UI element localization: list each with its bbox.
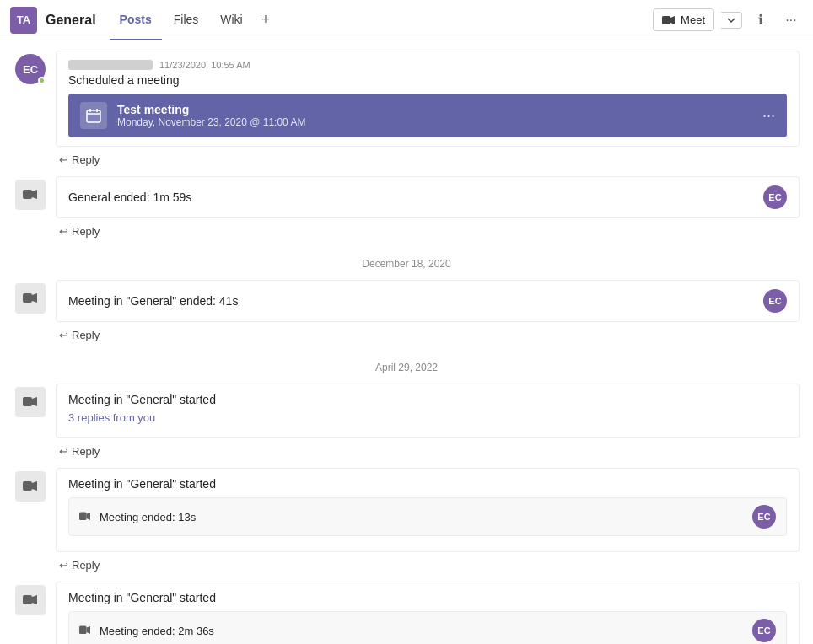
card-row: Meeting in "General" ended: 41s EC [68, 289, 787, 313]
sub-message-text: Meeting ended: 13s [100, 511, 744, 523]
card-row: Meeting in "General" started [68, 393, 787, 406]
tab-wiki[interactable]: Wiki [210, 0, 252, 40]
meeting-info: Test meeting Monday, November 23, 2020 @… [117, 103, 752, 128]
calendar-icon [80, 102, 107, 129]
message-row: EC 11/23/2020, 10:55 AM Scheduled a meet… [13, 51, 800, 171]
message-body: Meeting in "General" started [68, 591, 216, 604]
reply-button[interactable]: ↩ Reply [56, 443, 103, 459]
svg-rect-10 [23, 397, 32, 406]
message-body: Meeting in "General" started [68, 393, 216, 406]
tab-files[interactable]: Files [164, 0, 209, 40]
reply-icon: ↩ [59, 445, 68, 458]
avatar-sm: EC [763, 289, 787, 313]
svg-marker-17 [32, 595, 37, 604]
message-row: General ended: 1m 59s EC ↩ Reply [13, 176, 800, 243]
message-card: Meeting in "General" ended: 41s EC [56, 280, 800, 322]
message-row: Meeting in "General" started Meeting end… [13, 582, 800, 644]
reply-icon: ↩ [59, 153, 68, 166]
message-time: 11/23/2020, 10:55 AM [159, 60, 250, 70]
meeting-card: Test meeting Monday, November 23, 2020 @… [68, 94, 787, 137]
posts-area: EC 11/23/2020, 10:55 AM Scheduled a meet… [0, 40, 813, 644]
svg-marker-19 [87, 626, 91, 634]
meeting-title: Test meeting [117, 103, 752, 116]
svg-marker-11 [32, 397, 37, 406]
message-content: Meeting in "General" started 3 replies f… [56, 384, 800, 459]
meeting-time-detail: Monday, November 23, 2020 @ 11:00 AM [117, 116, 752, 128]
avatar-col: EC [13, 51, 47, 84]
svg-marker-1 [670, 16, 675, 24]
reply-label: Reply [72, 225, 100, 238]
reply-icon: ↩ [59, 225, 68, 238]
reply-icon: ↩ [59, 329, 68, 341]
top-nav: Posts Files Wiki + [110, 0, 277, 40]
video-call-icon [15, 387, 46, 417]
svg-rect-8 [23, 293, 32, 303]
message-row: Meeting in "General" started 3 replies f… [13, 384, 800, 463]
sub-video-icon [79, 510, 91, 523]
avatar: EC [15, 54, 46, 84]
svg-marker-7 [32, 190, 37, 199]
video-call-icon [15, 180, 46, 210]
message-header: 11/23/2020, 10:55 AM [68, 60, 787, 70]
reply-button[interactable]: ↩ Reply [56, 327, 103, 343]
add-tab-button[interactable]: + [255, 6, 277, 34]
svg-rect-0 [662, 16, 670, 24]
meet-button[interactable]: Meet [653, 8, 714, 31]
sender-name [68, 60, 153, 70]
channel-name: General [46, 13, 96, 28]
tab-posts[interactable]: Posts [110, 0, 162, 40]
avatar-sm: EC [752, 505, 776, 529]
replies-link[interactable]: 3 replies from you [68, 411, 787, 424]
meet-caret[interactable] [721, 12, 742, 29]
info-button[interactable]: ℹ [749, 8, 773, 32]
more-button[interactable]: ··· [779, 8, 803, 32]
sub-message-text: Meeting ended: 2m 36s [100, 625, 744, 637]
avatar-col [13, 384, 47, 417]
message-content: Meeting in "General" started Meeting end… [56, 468, 800, 573]
team-avatar: TA [10, 7, 37, 34]
chevron-down-icon [727, 17, 735, 24]
meeting-more-button[interactable]: ··· [762, 107, 775, 125]
reply-label: Reply [72, 153, 100, 166]
reply-button[interactable]: ↩ Reply [56, 557, 103, 573]
video-icon [662, 15, 676, 25]
date-separator: April 29, 2022 [13, 352, 800, 384]
message-content: 11/23/2020, 10:55 AM Scheduled a meeting [56, 51, 800, 168]
message-content: Meeting in "General" ended: 41s EC ↩ Rep… [56, 280, 800, 343]
card-row: Meeting in "General" started [68, 477, 787, 491]
svg-rect-6 [23, 190, 32, 199]
reply-icon: ↩ [59, 559, 68, 572]
svg-rect-12 [23, 481, 32, 491]
avatar-col [13, 582, 47, 615]
reply-button[interactable]: ↩ Reply [56, 223, 103, 239]
online-indicator [38, 77, 46, 84]
message-body: Meeting in "General" started [68, 477, 216, 491]
content-area: EC 11/23/2020, 10:55 AM Scheduled a meet… [0, 40, 813, 644]
message-row: Meeting in "General" ended: 41s EC ↩ Rep… [13, 280, 800, 346]
svg-marker-9 [32, 293, 37, 303]
message-content: Meeting in "General" started Meeting end… [56, 582, 800, 644]
reply-label: Reply [72, 445, 100, 458]
separator-label: April 29, 2022 [375, 362, 438, 373]
separator-label: December 18, 2020 [362, 258, 450, 270]
top-bar-right: Meet ℹ ··· [653, 8, 803, 32]
avatar-sm: EC [763, 185, 787, 209]
avatar-col [13, 280, 47, 314]
message-card: Meeting in "General" started Meeting end… [56, 468, 800, 552]
message-card: General ended: 1m 59s EC [56, 176, 800, 218]
card-row: Meeting in "General" started [68, 591, 787, 604]
meet-label: Meet [681, 13, 705, 26]
svg-rect-2 [87, 110, 100, 122]
top-bar: TA General Posts Files Wiki + Meet ℹ ··· [0, 0, 813, 40]
avatar-col [13, 176, 47, 210]
svg-marker-13 [32, 481, 37, 491]
sub-video-icon [79, 624, 91, 637]
video-call-icon [15, 283, 46, 314]
reply-button[interactable]: ↩ Reply [56, 152, 103, 168]
message-body: Meeting in "General" ended: 41s [68, 294, 238, 308]
message-body: General ended: 1m 59s [68, 191, 191, 204]
message-body: Scheduled a meeting [68, 73, 787, 87]
date-separator: December 18, 2020 [13, 248, 800, 280]
message-card: Meeting in "General" started 3 replies f… [56, 384, 800, 438]
message-card: Meeting in "General" started Meeting end… [56, 582, 800, 644]
